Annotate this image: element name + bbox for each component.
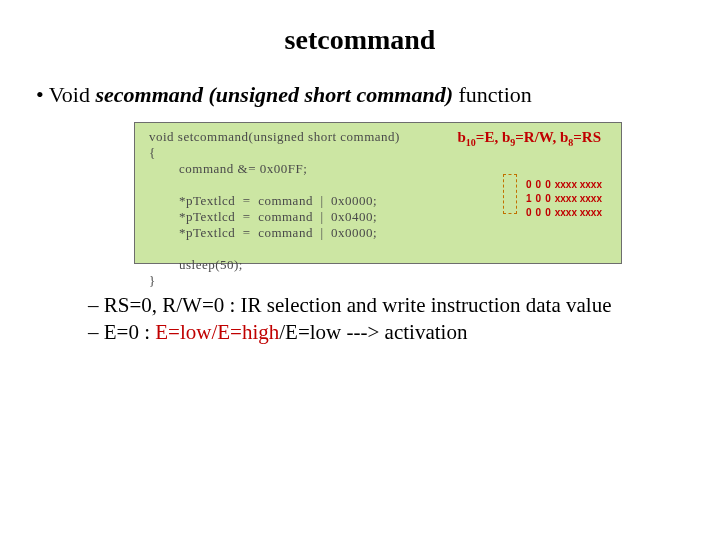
bit-cell: 0 xyxy=(544,207,552,219)
sub-bullets: – RS=0, R/W=0 : IR selection and write i… xyxy=(88,292,684,346)
b9: b xyxy=(502,129,510,145)
sub2-suffix: /E=low ---> activation xyxy=(279,320,467,344)
sub-bullet-1: – RS=0, R/W=0 : IR selection and write i… xyxy=(88,292,684,319)
b8-eq: =RS xyxy=(573,129,601,145)
b10-sub: 10 xyxy=(466,137,476,148)
b9-eq: =R/W, xyxy=(515,129,560,145)
bit-cell: 0 xyxy=(544,193,552,205)
sub-bullet-2: – E=0 : E=low/E=high/E=low ---> activati… xyxy=(88,319,684,346)
main-bullet: • Void secommand (unsigned short command… xyxy=(36,82,684,108)
bullet-prefix: • Void xyxy=(36,82,95,107)
b8: b xyxy=(560,129,568,145)
bit-cell: 0 xyxy=(535,193,543,205)
bit-cell: 0 xyxy=(535,207,543,219)
bit-cell: xxxx xxxx xyxy=(554,207,603,219)
sub2-highlight: E=low/E=high xyxy=(155,320,279,344)
bit-cell: xxxx xxxx xyxy=(554,193,603,205)
bit-cell: 0 xyxy=(544,179,552,191)
slide: setcommand • Void secommand (unsigned sh… xyxy=(0,0,720,540)
code-text: void setcommand(unsigned short command) … xyxy=(149,129,400,289)
bit-cell: 0 xyxy=(535,179,543,191)
code-figure: void setcommand(unsigned short command) … xyxy=(134,122,622,264)
page-title: setcommand xyxy=(36,24,684,56)
bit-labels: b10=E, b9=R/W, b8=RS xyxy=(458,129,602,148)
bit-row: 0 0 0 xxxx xxxx xyxy=(525,207,603,219)
bit-cell: 0 xyxy=(525,179,533,191)
bit-cell: 1 xyxy=(525,193,533,205)
sub2-prefix: – E=0 : xyxy=(88,320,155,344)
bit-row: 0 0 0 xxxx xxxx xyxy=(525,179,603,191)
b10-eq: =E, xyxy=(476,129,502,145)
bit-cell: xxxx xxxx xyxy=(554,179,603,191)
bit-row: 1 0 0 xxxx xxxx xyxy=(525,193,603,205)
bullet-suffix: function xyxy=(453,82,532,107)
code-box: void setcommand(unsigned short command) … xyxy=(134,122,622,264)
bit-table: 0 0 0 xxxx xxxx 1 0 0 xxxx xxxx 0 0 0 xx… xyxy=(523,177,605,221)
b10: b xyxy=(458,129,466,145)
bullet-code-ref: secommand (unsigned short command) xyxy=(95,82,453,107)
highlight-dashed-box xyxy=(503,174,517,214)
bit-cell: 0 xyxy=(525,207,533,219)
